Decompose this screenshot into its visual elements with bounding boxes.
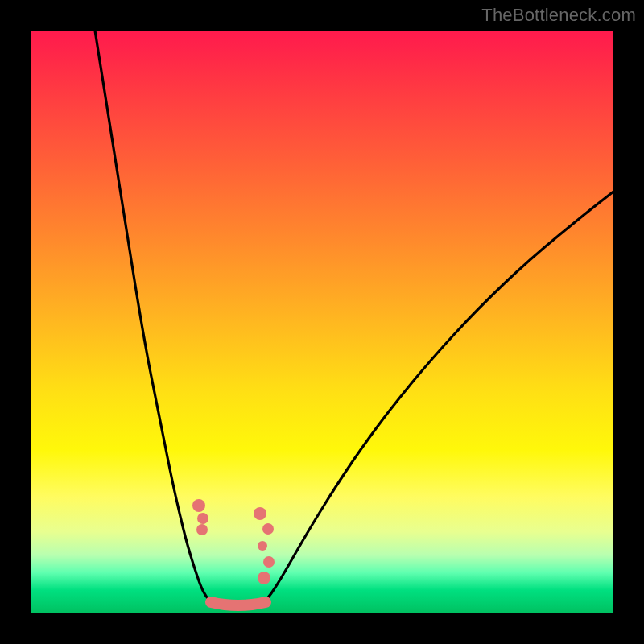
highlight-dot: [263, 556, 275, 568]
highlight-dot: [258, 572, 270, 584]
highlight-dot: [196, 524, 208, 535]
highlight-dot: [197, 513, 208, 524]
highlight-dot: [192, 499, 205, 512]
valley-bridge: [211, 602, 266, 605]
outer-frame: TheBottleneck.com: [0, 0, 644, 644]
highlight-dot: [258, 541, 267, 551]
plot-area: [31, 31, 613, 613]
highlight-dots: [192, 499, 275, 584]
curve-right: [261, 192, 613, 605]
highlight-dot: [262, 523, 274, 535]
curve-svg: [31, 31, 613, 613]
watermark-text: TheBottleneck.com: [481, 5, 636, 26]
highlight-dot: [254, 507, 266, 520]
